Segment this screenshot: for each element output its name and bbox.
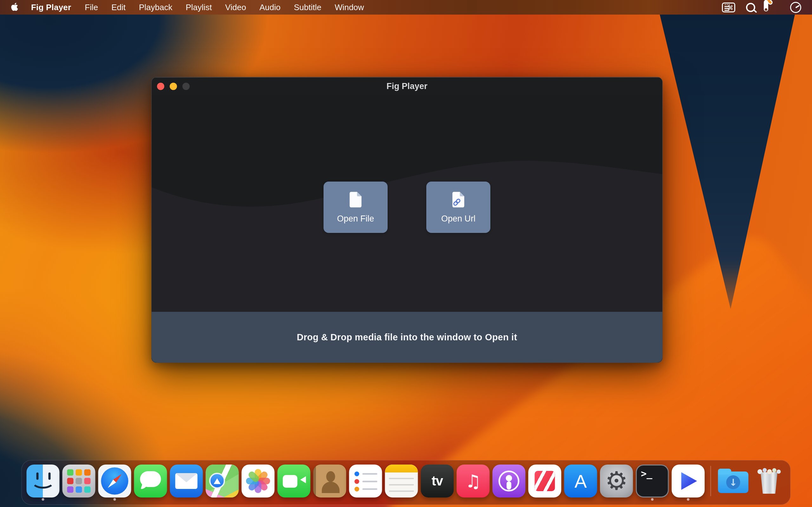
traffic-lights	[152, 83, 190, 90]
dock-item-news[interactable]	[528, 463, 562, 501]
window-content: Open File Open Url	[152, 95, 662, 312]
apple-icon	[11, 2, 18, 13]
safari-icon	[98, 464, 131, 498]
open-url-label: Open Url	[441, 214, 475, 224]
menu-subtitle[interactable]: Subtitle	[287, 0, 328, 14]
menu-bar: Fig Player FileEditPlaybackPlaylistVideo…	[0, 0, 812, 14]
menu-bar-status-area: ⌘	[722, 0, 805, 14]
dock-item-finder[interactable]	[26, 463, 60, 501]
news-icon	[528, 464, 561, 498]
dock-item-music[interactable]	[456, 463, 490, 501]
active-app-name[interactable]: Fig Player	[24, 3, 78, 12]
dock-item-contacts[interactable]	[313, 463, 347, 501]
apple-menu[interactable]	[7, 0, 24, 14]
menu-file[interactable]: File	[78, 0, 105, 14]
app-menus: FileEditPlaybackPlaylistVideoAudioSubtit…	[78, 0, 370, 14]
dock-item-tv[interactable]	[420, 463, 454, 501]
clock-icon[interactable]	[790, 2, 801, 13]
spotlight-search-icon[interactable]	[746, 3, 755, 12]
dock-item-appstore[interactable]	[564, 463, 598, 501]
dock-item-maps[interactable]	[206, 463, 239, 501]
figplayer-icon	[672, 464, 705, 498]
keyboard-input-icon[interactable]: ⌘	[722, 3, 735, 12]
appstore-icon	[564, 464, 597, 498]
settings-icon	[600, 464, 633, 498]
tv-icon	[421, 464, 454, 498]
downloads-icon	[717, 464, 750, 498]
dock-item-podcasts[interactable]	[492, 463, 526, 501]
dock-item-facetime[interactable]	[277, 463, 311, 501]
finder-icon	[27, 464, 60, 498]
menu-bar-left: Fig Player FileEditPlaybackPlaylistVideo…	[7, 0, 371, 14]
fig-player-window: Fig Player Open File	[151, 77, 663, 363]
window-title: Fig Player	[152, 81, 662, 91]
open-file-button[interactable]: Open File	[323, 181, 388, 233]
dock	[21, 460, 791, 505]
dock-item-terminal[interactable]	[636, 463, 669, 501]
document-link-icon	[452, 191, 465, 209]
dock-item-mail[interactable]	[170, 463, 203, 501]
dock-item-reminders[interactable]	[349, 463, 383, 501]
close-button[interactable]	[157, 83, 164, 90]
music-icon	[457, 464, 490, 498]
trash-icon	[753, 464, 786, 498]
terminal-icon	[636, 464, 669, 498]
messages-icon	[134, 464, 167, 498]
notes-icon	[385, 464, 418, 498]
dock-item-settings[interactable]	[600, 463, 633, 501]
zoom-button-disabled	[183, 83, 190, 90]
minimize-button[interactable]	[170, 83, 177, 90]
window-titlebar[interactable]: Fig Player	[152, 77, 662, 95]
maps-icon	[206, 464, 239, 498]
menu-playback[interactable]: Playback	[132, 0, 179, 14]
dock-item-safari[interactable]	[98, 463, 132, 501]
menu-audio[interactable]: Audio	[253, 0, 287, 14]
podcasts-icon	[493, 464, 525, 498]
document-icon	[349, 191, 362, 209]
menu-video[interactable]: Video	[218, 0, 253, 14]
dock-item-trash[interactable]	[752, 463, 786, 501]
dock-item-messages[interactable]	[134, 463, 167, 501]
photos-icon	[242, 464, 275, 498]
open-file-label: Open File	[337, 214, 374, 224]
dock-item-figplayer[interactable]	[671, 463, 705, 501]
dock-item-photos[interactable]	[241, 463, 275, 501]
launchpad-icon	[62, 464, 96, 498]
dock-item-notes[interactable]	[385, 463, 418, 501]
mail-icon	[170, 464, 203, 498]
dock-item-downloads[interactable]	[716, 463, 750, 501]
menu-playlist[interactable]: Playlist	[179, 0, 218, 14]
dock-item-launchpad[interactable]	[62, 463, 96, 501]
control-center-icon[interactable]	[766, 2, 779, 12]
facetime-icon	[277, 464, 310, 498]
drop-hint-text: Drog & Drop media file into the window t…	[297, 332, 517, 343]
open-actions-row: Open File Open Url	[323, 181, 490, 233]
open-url-button[interactable]: Open Url	[426, 181, 490, 233]
reminders-icon	[349, 464, 382, 498]
contacts-icon	[313, 464, 346, 498]
menu-window[interactable]: Window	[328, 0, 370, 14]
drop-hint-bar: Drog & Drop media file into the window t…	[152, 312, 662, 362]
dock-divider	[711, 466, 711, 496]
menu-edit[interactable]: Edit	[105, 0, 132, 14]
